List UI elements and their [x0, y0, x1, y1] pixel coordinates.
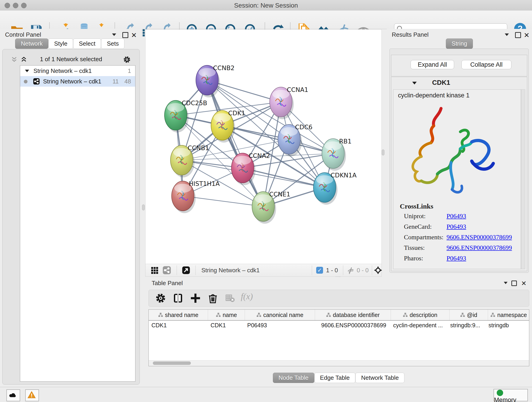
network-edge-count: 48: [124, 78, 131, 85]
memory-label: Memory: [494, 396, 516, 402]
column-header[interactable]: name: [208, 310, 245, 320]
collapse-all-button[interactable]: Collapse All: [462, 60, 511, 69]
tab-node-table[interactable]: Node Table: [273, 373, 314, 383]
network-node-CDC25B: CDC25B: [165, 99, 207, 133]
left-splitter-handle[interactable]: [142, 204, 145, 211]
panel-close-icon[interactable]: ✕: [524, 31, 530, 39]
gene-disclosure-icon[interactable]: [412, 80, 418, 86]
collection-disclosure-icon[interactable]: [24, 68, 30, 74]
grid-view-icon[interactable]: [151, 266, 159, 274]
table-panel-title: Table Panel: [152, 280, 183, 287]
column-type-icon: [326, 313, 331, 317]
panel-float-icon[interactable]: [511, 281, 517, 286]
network-node-HIST1H1A: HIST1H1A: [172, 180, 220, 213]
control-panel-title: Control Panel: [5, 31, 41, 38]
cell-id[interactable]: stringdb:9...: [448, 321, 487, 331]
status-bar: Memory: [0, 387, 532, 402]
tab-style[interactable]: Style: [48, 38, 73, 49]
network-canvas[interactable]: CCNB2CCNA1CDC25BCDK1CDC6RB1CCNB1CCNA2CDK…: [145, 29, 382, 264]
column-header[interactable]: database identifier: [315, 310, 391, 320]
title-bar: Session: New Session: [0, 0, 532, 11]
network-collection-row[interactable]: String Network – cdk1 1: [20, 65, 135, 76]
cell-description[interactable]: cyclin-dependent ...: [390, 321, 448, 331]
tab-select[interactable]: Select: [73, 38, 101, 49]
selected-checkbox-icon[interactable]: ✓: [316, 267, 323, 274]
delete-column-trash-icon[interactable]: [207, 293, 218, 304]
table-horizontal-scrollbar[interactable]: [149, 360, 529, 366]
cloud-status-button[interactable]: [6, 389, 20, 401]
crosslink-label: Pharos:: [404, 255, 423, 262]
current-network-name: String Network – cdk1: [201, 267, 260, 274]
cell-canonical-name[interactable]: P06493: [244, 321, 314, 331]
warning-icon: [27, 391, 36, 399]
tab-string[interactable]: String: [446, 38, 473, 49]
show-columns-icon[interactable]: [172, 293, 184, 304]
results-panel: Results Panel ✕ String Expand All Collap…: [387, 29, 532, 277]
tab-sets[interactable]: Sets: [101, 38, 124, 49]
panel-menu-icon[interactable]: [111, 32, 117, 38]
table-options-gear-icon[interactable]: [155, 293, 166, 304]
column-header[interactable]: @id: [450, 310, 488, 320]
panel-menu-icon[interactable]: [504, 32, 510, 38]
svg-text:CCNB1: CCNB1: [188, 144, 209, 152]
panel-close-icon[interactable]: ✕: [521, 280, 526, 287]
crosslink-link[interactable]: P06493: [447, 212, 466, 220]
network-options-gear-icon[interactable]: [123, 56, 131, 64]
column-header[interactable]: canonical name: [245, 310, 315, 320]
birds-eye-view-icon[interactable]: [374, 266, 382, 274]
cell-name[interactable]: CDK1: [208, 321, 244, 331]
collection-label: String Network – cdk1: [33, 67, 92, 75]
cell-database-identifier[interactable]: 9606.ENSP00000378699: [314, 321, 390, 331]
expand-all-button[interactable]: Expand All: [411, 60, 454, 69]
memory-button[interactable]: Memory: [494, 389, 528, 401]
column-header[interactable]: description: [391, 310, 450, 320]
network-icon: [33, 78, 40, 85]
expand-collapse-bar: Expand All Collapse All: [391, 55, 527, 76]
scrollbar-thumb[interactable]: [153, 361, 191, 365]
panel-close-icon[interactable]: ✕: [131, 31, 137, 39]
table-panel: Table Panel ✕ f(x) shared name name cano…: [145, 277, 532, 387]
column-header[interactable]: shared name: [149, 310, 208, 320]
control-panel: Control Panel ✕ NetworkStyleSelectSets 1…: [0, 29, 142, 387]
results-panel-title: Results Panel: [392, 31, 428, 38]
detach-view-icon[interactable]: [182, 266, 190, 274]
gene-section-header[interactable]: CDK1: [391, 77, 527, 89]
svg-text:RB1: RB1: [339, 138, 351, 145]
crosslink-label: Compartments:: [404, 234, 443, 241]
cell-shared-name[interactable]: CDK1: [149, 321, 208, 331]
crosslink-label: Uniprot:: [404, 212, 426, 220]
network-view-toolbar: String Network – cdk1 ✓ 1 - 0 0 - 0: [145, 264, 382, 277]
table-row[interactable]: CDK1 CDK1 P06493 9606.ENSP00000378699 cy…: [149, 321, 529, 331]
cell-namespace[interactable]: stringdb: [487, 321, 529, 331]
network-node-CCNA2: CCNA2: [231, 152, 270, 185]
hidden-node-edge-counts: 0 - 0: [357, 267, 369, 274]
tab-network-table[interactable]: Network Table: [355, 373, 404, 383]
tab-network[interactable]: Network: [15, 38, 48, 49]
crosslink-link[interactable]: 9606.ENSP00000378699: [447, 234, 512, 241]
panel-float-icon[interactable]: [122, 32, 128, 38]
svg-text:CDC25B: CDC25B: [182, 99, 207, 107]
results-scrollbar[interactable]: [521, 89, 525, 269]
node-table[interactable]: shared name name canonical name database…: [148, 309, 529, 366]
warnings-button[interactable]: [25, 389, 39, 401]
table-toolbar: f(x): [148, 290, 529, 307]
protein-structure-image: [403, 104, 503, 201]
svg-text:CCNA1: CCNA1: [287, 86, 308, 93]
crosslink-link[interactable]: P06493: [447, 223, 466, 230]
crosslink-link[interactable]: 9606.ENSP00000378699: [447, 244, 512, 251]
panel-menu-icon[interactable]: [503, 281, 508, 286]
gene-symbol: CDK1: [432, 79, 450, 86]
panel-float-icon[interactable]: [515, 32, 521, 38]
network-row-selected[interactable]: String Network – cdk1 11 48: [20, 76, 135, 87]
column-header[interactable]: namespace: [488, 310, 529, 320]
gene-description: cyclin-dependent kinase 1: [398, 92, 469, 99]
network-list: String Network – cdk1 1 String Network –…: [20, 65, 135, 382]
tab-edge-table[interactable]: Edge Table: [314, 373, 355, 383]
gene-details: cyclin-dependent kinase 1: [393, 89, 521, 269]
string-network-graph[interactable]: CCNB2CCNA1CDC25BCDK1CDC6RB1CCNB1CCNA2CDK…: [146, 30, 381, 264]
network-view-icon[interactable]: [162, 266, 171, 274]
create-column-icon[interactable]: [190, 293, 201, 304]
right-splitter-handle[interactable]: [382, 149, 385, 155]
crosslink-label: GeneCard:: [404, 223, 432, 230]
crosslink-link[interactable]: P06493: [447, 255, 466, 262]
